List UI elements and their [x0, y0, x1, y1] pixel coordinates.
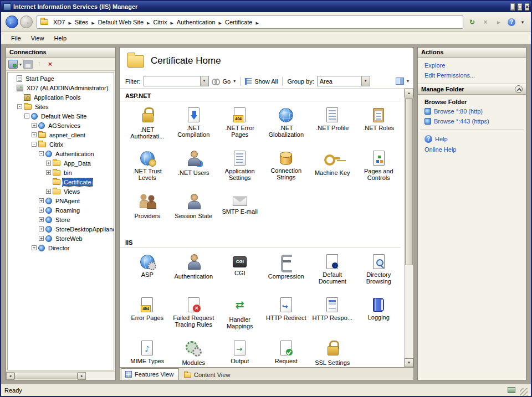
- collapse-icon[interactable]: [515, 85, 523, 93]
- close-button[interactable]: ×: [525, 3, 529, 11]
- maximize-button[interactable]: □: [518, 3, 522, 11]
- tree-item-citrix[interactable]: -Citrix: [8, 140, 114, 149]
- forward-button[interactable]: →: [20, 16, 33, 28]
- breadcrumb-item-default-web-site[interactable]: Default Web Site: [95, 19, 146, 25]
- feature-machine-key[interactable]: Machine Key: [309, 147, 356, 190]
- go-options-chevron-icon[interactable]: ▾: [233, 79, 236, 84]
- action-edit-permissions[interactable]: Edit Permissions...: [418, 70, 526, 80]
- tree-item-sites[interactable]: -Sites: [8, 102, 114, 111]
- tree-item-application-pools[interactable]: Application Pools: [8, 92, 114, 102]
- feature-session-state[interactable]: Session State: [171, 190, 217, 233]
- feature-modules[interactable]: Modules: [171, 337, 217, 367]
- collapse-icon[interactable]: -: [39, 151, 44, 156]
- create-connection-button[interactable]: [8, 60, 18, 69]
- tab-content-view[interactable]: Content View: [180, 370, 235, 380]
- expand-icon[interactable]: +: [32, 132, 37, 137]
- menu-help[interactable]: Help: [49, 34, 71, 43]
- expand-icon[interactable]: +: [32, 123, 37, 128]
- help-icon[interactable]: ?: [508, 18, 515, 26]
- expand-icon[interactable]: +: [39, 226, 44, 231]
- menu-file[interactable]: File: [7, 34, 25, 43]
- tree-item-app-data[interactable]: +App_Data: [8, 158, 114, 168]
- tree-item-certificate[interactable]: Certificate: [8, 177, 114, 187]
- expand-icon[interactable]: +: [39, 198, 44, 203]
- breadcrumb-item-sites[interactable]: Sites: [72, 19, 91, 25]
- action-online-help[interactable]: Online Help: [418, 145, 526, 154]
- expand-icon[interactable]: +: [46, 161, 51, 166]
- expand-icon[interactable]: +: [32, 245, 37, 250]
- scroll-up-button[interactable]: ▲: [405, 89, 413, 97]
- scrollbar-thumb[interactable]: [14, 373, 78, 379]
- breadcrumb-item-authentication[interactable]: Authentication: [174, 19, 218, 25]
- expand-icon[interactable]: +: [46, 170, 51, 175]
- scroll-down-button[interactable]: ▼: [405, 358, 413, 367]
- view-options-chevron-icon[interactable]: ▾: [407, 79, 409, 84]
- feature-authentication[interactable]: Authentication: [171, 250, 217, 293]
- feature-ssl-settings[interactable]: SSL Settings: [309, 337, 356, 367]
- tree-item-aspnet-client[interactable]: +aspnet_client: [8, 130, 114, 140]
- save-connections-button[interactable]: [23, 60, 33, 69]
- feature-request[interactable]: Request: [263, 337, 310, 367]
- scrollbar-thumb[interactable]: [405, 98, 413, 265]
- feature-error-pages[interactable]: Error Pages: [124, 293, 171, 337]
- feature-mime-types[interactable]: MIME Types: [124, 337, 171, 367]
- feature-default-document[interactable]: Default Document: [309, 250, 356, 293]
- tree-item-storedesktopappliance[interactable]: +StoreDesktopAppliance: [8, 224, 114, 234]
- tree-item-views[interactable]: +Views: [8, 187, 114, 196]
- tree-item-start-page[interactable]: Start Page: [8, 74, 114, 83]
- breadcrumb-item-citrix[interactable]: Citrix: [150, 19, 170, 25]
- collapse-icon[interactable]: -: [24, 114, 29, 118]
- toolbar-options-chevron-icon[interactable]: ▾: [520, 19, 525, 25]
- delete-connection-button[interactable]: ×: [45, 60, 55, 69]
- resize-grip[interactable]: [520, 388, 528, 396]
- combo-arrow-icon[interactable]: ▼: [200, 76, 208, 86]
- stop-icon[interactable]: ×: [481, 18, 490, 26]
- horizontal-scrollbar[interactable]: ◄ ►: [6, 372, 115, 380]
- view-options-icon[interactable]: [396, 78, 404, 85]
- feature-cgi[interactable]: CGI: [217, 250, 263, 293]
- feature-smtp-e-mail[interactable]: SMTP E-mail: [217, 190, 263, 233]
- up-button[interactable]: ↑: [34, 60, 44, 69]
- menu-view[interactable]: View: [27, 34, 49, 43]
- feature-net-compilation[interactable]: .NET Compilation: [171, 104, 217, 147]
- feature-net-trust-levels[interactable]: .NET Trust Levels: [124, 147, 171, 190]
- tab-features-view[interactable]: Features View: [121, 368, 179, 380]
- feature-http-redirect[interactable]: HTTP Redirect: [263, 293, 310, 337]
- action-browse-80-http[interactable]: Browse *:80 (http): [418, 106, 526, 116]
- scroll-right-button[interactable]: ►: [78, 372, 86, 380]
- tree-item-store[interactable]: +Store: [8, 215, 114, 224]
- collapse-icon[interactable]: -: [17, 104, 22, 109]
- back-button[interactable]: ←: [6, 16, 18, 28]
- expand-icon[interactable]: +: [39, 217, 44, 222]
- feature-asp[interactable]: ASP: [124, 250, 171, 293]
- feature-net-profile[interactable]: .NET Profile: [309, 104, 356, 147]
- combo-arrow-icon[interactable]: ▼: [361, 76, 370, 86]
- feature-pages-and-controls[interactable]: Pages and Controls: [356, 147, 402, 190]
- expand-icon[interactable]: +: [39, 236, 44, 241]
- tree-item-xd7-aladdin-administrator[interactable]: XD7 (ALADDIN\Administrator): [8, 83, 114, 92]
- tree-item-agservices[interactable]: +AGServices: [8, 121, 114, 130]
- breadcrumb-item-xd7[interactable]: XD7: [50, 19, 68, 25]
- feature-providers[interactable]: Providers: [124, 190, 171, 233]
- create-connection-chevron-icon[interactable]: ▾: [19, 62, 22, 67]
- tree-item-pnagent[interactable]: +PNAgent: [8, 196, 114, 205]
- collapse-icon[interactable]: -: [32, 142, 37, 147]
- tree-item-director[interactable]: +Director: [8, 243, 114, 252]
- tree-item-bin[interactable]: +bin: [8, 168, 114, 177]
- feature-net-globalization[interactable]: .NET Globalization: [263, 104, 310, 147]
- feature-net-roles[interactable]: .NET Roles: [356, 104, 402, 147]
- feature-logging[interactable]: Logging: [356, 293, 402, 337]
- show-all-button[interactable]: Show All: [254, 78, 278, 85]
- feature-application-settings[interactable]: Application Settings: [217, 147, 263, 190]
- feature-failed-request-tracing-rules[interactable]: Failed Request Tracing Rules: [171, 293, 217, 337]
- scroll-left-button[interactable]: ◄: [6, 372, 14, 380]
- tree-item-storeweb[interactable]: +StoreWeb: [8, 234, 114, 243]
- feature-compression[interactable]: Compression: [263, 250, 310, 293]
- action-explore[interactable]: Explore: [418, 60, 526, 70]
- feature-net-authorizati[interactable]: .NET Authorizati...: [124, 104, 171, 147]
- refresh-icon[interactable]: ↻: [468, 18, 477, 26]
- go-button[interactable]: Go: [223, 78, 231, 85]
- tree-item-default-web-site[interactable]: -Default Web Site: [8, 111, 114, 121]
- feature-directory-browsing[interactable]: Directory Browsing: [356, 250, 402, 293]
- vertical-scrollbar[interactable]: ▲ ▼: [404, 89, 413, 367]
